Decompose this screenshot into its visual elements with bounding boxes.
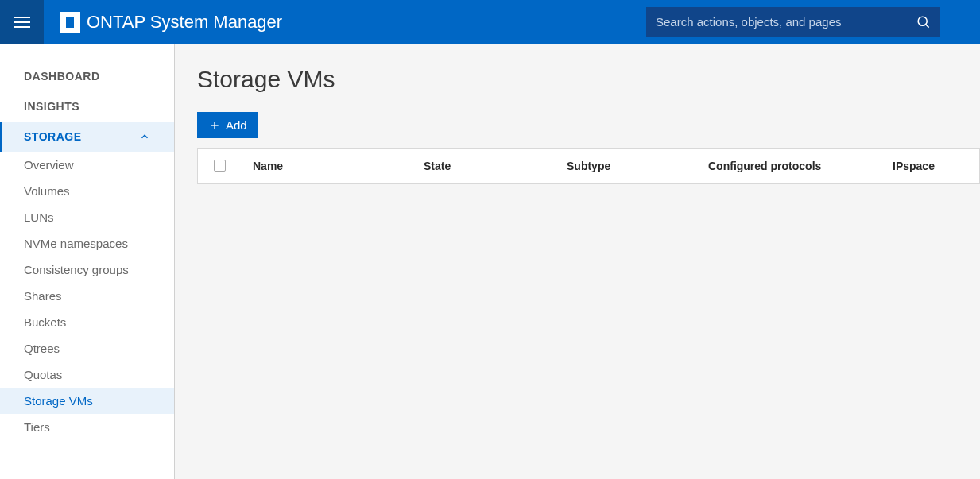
sidebar-subitem-consistency[interactable]: Consistency groups xyxy=(0,257,174,283)
select-all-checkbox[interactable] xyxy=(214,160,226,172)
search-input[interactable] xyxy=(656,15,916,29)
table-header-protocols[interactable]: Configured protocols xyxy=(697,160,881,172)
netapp-logo-icon xyxy=(60,12,80,33)
hamburger-icon xyxy=(14,17,30,28)
app-title: ONTAP System Manager xyxy=(87,12,282,33)
svg-line-1 xyxy=(926,25,929,28)
plus-icon xyxy=(208,119,221,132)
sidebar-subitem-overview[interactable]: Overview xyxy=(0,152,174,178)
sidebar-subitem-qtrees[interactable]: Qtrees xyxy=(0,335,174,361)
table-header-ipspace[interactable]: IPspace xyxy=(881,160,979,172)
table-header: Name State Subtype Configured protocols … xyxy=(198,149,979,183)
search-container[interactable] xyxy=(646,7,940,37)
chevron-up-icon xyxy=(139,131,150,142)
app-header: ONTAP System Manager xyxy=(0,0,980,44)
search-icon xyxy=(916,14,931,29)
sidebar-subitem-shares[interactable]: Shares xyxy=(0,283,174,309)
sidebar-subitem-tiers[interactable]: Tiers xyxy=(0,414,174,440)
sidebar-subitem-buckets[interactable]: Buckets xyxy=(0,309,174,335)
table-header-subtype[interactable]: Subtype xyxy=(556,160,697,172)
logo-section: ONTAP System Manager xyxy=(60,12,282,33)
sidebar-item-insights[interactable]: INSIGHTS xyxy=(0,91,174,122)
sidebar-item-storage[interactable]: STORAGE xyxy=(0,122,174,152)
sidebar-subitem-quotas[interactable]: Quotas xyxy=(0,361,174,388)
svg-point-0 xyxy=(918,17,927,25)
hamburger-menu-button[interactable] xyxy=(0,0,44,44)
table-header-state[interactable]: State xyxy=(413,160,556,172)
table-header-name[interactable]: Name xyxy=(242,160,413,172)
add-button[interactable]: Add xyxy=(197,112,258,138)
sidebar-subitem-nvme[interactable]: NVMe namespaces xyxy=(0,230,174,257)
content-wrapper: DASHBOARD INSIGHTS STORAGE Overview Volu… xyxy=(0,44,980,479)
storage-vms-table: Name State Subtype Configured protocols … xyxy=(197,148,980,184)
table-header-checkbox-cell xyxy=(198,160,242,172)
sidebar-subitem-luns[interactable]: LUNs xyxy=(0,204,174,230)
sidebar-subitem-storage-vms[interactable]: Storage VMs xyxy=(0,388,174,414)
main-content: Storage VMs Add Name State Subtype Confi… xyxy=(175,44,980,479)
sidebar-item-label: STORAGE xyxy=(24,130,81,143)
sidebar-subitem-volumes[interactable]: Volumes xyxy=(0,178,174,204)
page-title: Storage VMs xyxy=(197,66,980,93)
sidebar: DASHBOARD INSIGHTS STORAGE Overview Volu… xyxy=(0,44,175,479)
sidebar-item-dashboard[interactable]: DASHBOARD xyxy=(0,61,174,91)
add-button-label: Add xyxy=(226,118,247,132)
